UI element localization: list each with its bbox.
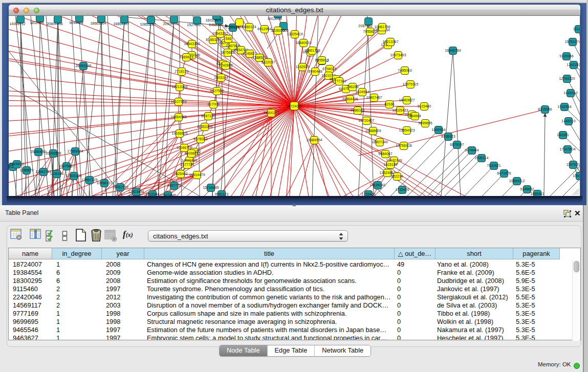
svg-text:9581123: 9581123 <box>215 192 229 196</box>
svg-text:16648784: 16648784 <box>445 49 461 52</box>
svg-text:1812955: 1812955 <box>30 21 43 25</box>
svg-text:1588520: 1588520 <box>252 56 266 59</box>
svg-text:8990448: 8990448 <box>308 70 322 73</box>
svg-text:3024554: 3024554 <box>355 90 369 94</box>
svg-text:15716485: 15716485 <box>203 186 219 189</box>
svg-text:9245652: 9245652 <box>520 187 534 191</box>
svg-text:8267130: 8267130 <box>201 114 215 118</box>
svg-text:8938923: 8938923 <box>441 135 455 138</box>
svg-text:10958137: 10958137 <box>96 181 112 185</box>
svg-text:62160: 62160 <box>384 102 395 106</box>
svg-text:26053346: 26053346 <box>75 64 91 68</box>
svg-text:142951: 142951 <box>557 133 569 137</box>
svg-text:19384554: 19384554 <box>306 138 322 142</box>
svg-text:10975867: 10975867 <box>58 164 74 168</box>
svg-text:1932554: 1932554 <box>557 105 571 108</box>
svg-text:16033809: 16033809 <box>205 18 221 22</box>
svg-text:18724007: 18724007 <box>286 104 302 108</box>
svg-text:13654923: 13654923 <box>399 128 415 132</box>
svg-text:9115460: 9115460 <box>418 104 431 108</box>
svg-text:17010504: 17010504 <box>559 147 575 151</box>
svg-text:9474444: 9474444 <box>465 148 478 152</box>
svg-text:2935114: 2935114 <box>475 156 489 160</box>
svg-text:8471676: 8471676 <box>497 171 511 175</box>
svg-text:16914479: 16914479 <box>189 173 205 177</box>
svg-text:9094428: 9094428 <box>69 21 83 25</box>
svg-text:13524851: 13524851 <box>379 171 395 174</box>
svg-text:3226053: 3226053 <box>271 29 285 32</box>
svg-text:4493822: 4493822 <box>184 151 198 155</box>
svg-text:2803144: 2803144 <box>214 76 228 79</box>
svg-text:7955812: 7955812 <box>363 30 377 33</box>
svg-text:10961756: 10961756 <box>374 25 390 29</box>
svg-text:25260650: 25260650 <box>30 150 46 154</box>
svg-text:17359924: 17359924 <box>67 149 83 153</box>
svg-text:7625402: 7625402 <box>173 172 187 176</box>
svg-text:1342251: 1342251 <box>567 63 580 67</box>
svg-text:10025433: 10025433 <box>392 108 408 112</box>
svg-text:9884067: 9884067 <box>378 152 392 156</box>
svg-text:8427552: 8427552 <box>210 89 224 93</box>
svg-text:1145194: 1145194 <box>50 172 64 176</box>
svg-text:111240: 111240 <box>573 27 580 31</box>
svg-text:1222344: 1222344 <box>145 192 159 196</box>
svg-text:6794028: 6794028 <box>322 67 336 71</box>
svg-text:16782759: 16782759 <box>112 185 128 189</box>
svg-text:1733426: 1733426 <box>361 192 375 196</box>
svg-text:9329966: 9329966 <box>559 54 573 58</box>
svg-text:8578352: 8578352 <box>193 137 207 141</box>
svg-text:20919703: 20919703 <box>163 22 179 26</box>
svg-text:8413054: 8413054 <box>268 17 281 20</box>
svg-text:1156829: 1156829 <box>20 168 34 172</box>
svg-text:10688609: 10688609 <box>365 129 381 133</box>
svg-text:19756928: 19756928 <box>396 144 411 147</box>
svg-text:12744120: 12744120 <box>559 77 575 80</box>
svg-text:10807487: 10807487 <box>366 96 382 99</box>
svg-text:1733426: 1733426 <box>395 188 409 191</box>
svg-text:1615132: 1615132 <box>383 163 397 166</box>
svg-text:8912954: 8912954 <box>257 27 271 31</box>
svg-text:20206556: 20206556 <box>45 151 61 155</box>
svg-text:16543382: 16543382 <box>184 42 200 46</box>
svg-text:16961758: 16961758 <box>304 49 320 52</box>
svg-text:12975115: 12975115 <box>403 82 419 86</box>
svg-text:16854307: 16854307 <box>113 22 129 26</box>
svg-text:12942757: 12942757 <box>35 170 51 173</box>
svg-text:1553521: 1553521 <box>573 174 580 178</box>
svg-text:7632621: 7632621 <box>487 164 500 167</box>
svg-text:9389613: 9389613 <box>179 55 193 59</box>
svg-text:18663804: 18663804 <box>90 21 106 25</box>
svg-text:884664: 884664 <box>409 114 421 118</box>
svg-text:20691406: 20691406 <box>47 22 62 26</box>
svg-text:1162615: 1162615 <box>296 65 310 69</box>
svg-text:12213367: 12213367 <box>382 40 398 43</box>
svg-text:1527602: 1527602 <box>187 23 201 27</box>
svg-text:9777169: 9777169 <box>332 79 346 83</box>
svg-text:546: 546 <box>225 37 231 40</box>
svg-text:10543382: 10543382 <box>212 32 228 35</box>
svg-text:2087682: 2087682 <box>358 24 372 28</box>
svg-text:25300275: 25300275 <box>263 111 279 115</box>
svg-text:18907249: 18907249 <box>372 140 387 144</box>
svg-text:16046708: 16046708 <box>176 146 192 149</box>
svg-text:14055712: 14055712 <box>9 22 25 26</box>
svg-text:8215956: 8215956 <box>538 107 552 111</box>
svg-text:12923448: 12923448 <box>128 190 144 193</box>
svg-text:19654983: 19654983 <box>170 115 186 119</box>
svg-text:16107553: 16107553 <box>170 100 186 103</box>
svg-text:1167531: 1167531 <box>567 163 580 166</box>
svg-text:1443310: 1443310 <box>563 91 577 95</box>
svg-text:1640954: 1640954 <box>431 128 445 132</box>
svg-text:9457771: 9457771 <box>167 184 181 187</box>
svg-text:2718170: 2718170 <box>175 70 188 73</box>
svg-text:252214: 252214 <box>391 174 403 178</box>
svg-text:12505135: 12505135 <box>66 174 81 178</box>
svg-text:15751074: 15751074 <box>564 40 580 43</box>
svg-text:3875685: 3875685 <box>221 51 234 54</box>
svg-text:1065411: 1065411 <box>531 192 545 195</box>
svg-text:7485063: 7485063 <box>398 69 411 72</box>
svg-text:10853287: 10853287 <box>140 23 156 26</box>
svg-text:3577721: 3577721 <box>180 163 194 166</box>
svg-text:12923448: 12923448 <box>160 193 176 196</box>
svg-text:7955812: 7955812 <box>315 58 329 62</box>
